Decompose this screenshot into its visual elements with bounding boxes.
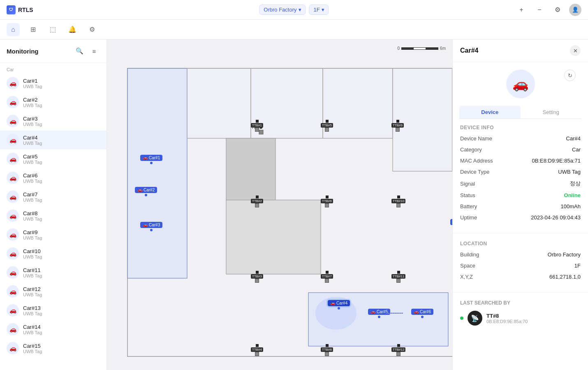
car-badge-car5[interactable]: 🚗 Car#5 [368, 309, 390, 315]
sidebar-item-car13[interactable]: 🚗 Car#13 UWB Tag [0, 301, 106, 320]
car-tag-car4[interactable]: 🚗 Car#4 [328, 300, 350, 309]
app-name: RTLS [18, 7, 33, 13]
row-label: Battery [460, 203, 477, 209]
car-badge-car4[interactable]: 🚗 Car#4 [328, 300, 350, 306]
car-tag-car1[interactable]: 🚗 Car#1 [140, 155, 162, 164]
car-tag-car3[interactable]: 🚗 Car#3 [140, 222, 162, 231]
sidebar-list-button[interactable]: ≡ [88, 45, 100, 57]
filter-button[interactable]: ⚙ [551, 3, 564, 16]
factory-chevron-icon: ▾ [299, 7, 301, 13]
location-row-space: Space 1F [460, 263, 581, 269]
sidebar-item-car6[interactable]: 🚗 Car#6 UWB Tag [0, 168, 106, 187]
anchor-dot [326, 195, 329, 198]
anchor-label: TTB#3 [251, 274, 263, 279]
tab-setting[interactable]: Setting [521, 106, 582, 119]
row-label: X,Y,Z [460, 274, 473, 280]
nav-select-button[interactable]: ⬚ [46, 23, 59, 36]
item-sub-car7: UWB Tag [23, 198, 42, 202]
car-badge-car2[interactable]: 🚗 Car#2 [135, 187, 157, 193]
row-label: Status [460, 192, 475, 198]
connection-line [387, 313, 403, 314]
sidebar-item-car5[interactable]: 🚗 Car#5 UWB Tag [0, 149, 106, 168]
row-label: MAC Address [460, 158, 493, 164]
panel-close-button[interactable]: ✕ [570, 45, 581, 56]
nav-bar: ⌂ ⊞ ⬚ 🔔 ⚙ [0, 20, 588, 40]
sidebar-actions: 🔍 ≡ [74, 45, 100, 57]
sidebar-item-car8[interactable]: 🚗 Car#8 UWB Tag [0, 206, 106, 225]
item-info-car10: Car#10 UWB Tag [23, 248, 42, 259]
refresh-button[interactable]: ↻ [564, 70, 576, 81]
row-value: Car [572, 147, 581, 153]
tab-device[interactable]: Device [459, 106, 521, 119]
row-value: 661,2718.1,0 [549, 274, 581, 280]
device-info-section: Device Info Device Name Car#4 Category C… [453, 119, 588, 231]
sidebar-item-car4[interactable]: 🚗 Car#4 UWB Tag [0, 130, 106, 149]
car-badge-car1[interactable]: 🚗 Car#1 [140, 155, 162, 161]
car-icon-car14: 🚗 [7, 323, 19, 335]
device-icon: 🚗 [506, 70, 535, 98]
item-info-car5: Car#5 UWB Tag [23, 154, 42, 165]
sidebar-item-car12[interactable]: 🚗 Car#12 UWB Tag [0, 282, 106, 301]
anchor-label: TTB#2 [251, 199, 263, 203]
car-badge-car3[interactable]: 🚗 Car#3 [140, 222, 162, 228]
sidebar-item-car10[interactable]: 🚗 Car#10 UWB Tag [0, 244, 106, 263]
anchor-dot [256, 195, 259, 198]
device-row-device-type: Device Type UWB Tag [460, 169, 581, 175]
sidebar-item-car14[interactable]: 🚗 Car#14 UWB Tag [0, 320, 106, 339]
row-value: Orbro Factory [548, 251, 581, 258]
user-avatar[interactable]: 👤 [569, 4, 581, 16]
nav-settings-button[interactable]: ⚙ [86, 23, 99, 36]
car-badge-label-car3: Car#3 [149, 223, 160, 227]
sidebar-item-car2[interactable]: 🚗 Car#2 UWB Tag [0, 93, 106, 112]
anchor-dot [326, 344, 329, 347]
anchor-label: TTB#12 [391, 347, 405, 352]
item-info-car14: Car#14 UWB Tag [23, 324, 42, 335]
row-label: Device Name [460, 135, 492, 142]
nav-home-button[interactable]: ⌂ [7, 23, 20, 36]
car-badge-label-car2: Car#2 [144, 188, 155, 192]
sidebar-item-car11[interactable]: 🚗 Car#11 UWB Tag [0, 263, 106, 282]
item-sub-car6: UWB Tag [23, 179, 42, 184]
last-searched-title: Last searched by [460, 300, 581, 306]
item-info-car1: Car#1 UWB Tag [23, 78, 42, 89]
sidebar-item-car15[interactable]: 🚗 Car#15 UWB Tag [0, 339, 106, 358]
item-name-car12: Car#12 [23, 286, 42, 292]
car-dot-car5 [378, 316, 380, 318]
sidebar-item-car9[interactable]: 🚗 Car#9 UWB Tag [0, 225, 106, 244]
car-connection-arrow [387, 313, 403, 314]
anchor-ttb4: TTB#4 [251, 344, 263, 356]
item-name-car15: Car#15 [23, 343, 42, 349]
anchor-dot [397, 195, 400, 198]
add-button[interactable]: + [515, 3, 528, 16]
nav-grid-button[interactable]: ⊞ [26, 23, 39, 36]
location-rows: Building Orbro Factory Space 1F X,Y,Z 66… [460, 251, 581, 280]
right-panel: Car#4 ✕ 🚗 ↻ Device Setting Device Info D… [452, 40, 588, 370]
item-name-car11: Car#11 [23, 267, 42, 273]
sidebar-item-car3[interactable]: 🚗 Car#3 UWB Tag [0, 112, 106, 130]
sidebar-item-car7[interactable]: 🚗 Car#7 UWB Tag [0, 187, 106, 206]
item-info-car8: Car#8 UWB Tag [23, 210, 42, 221]
car-badge-car6[interactable]: 🚗 Car#6 [411, 309, 433, 315]
sidebar-search-button[interactable]: 🔍 [74, 45, 85, 57]
sidebar: Monitoring 🔍 ≡ Car 🚗 Car#1 UWB Tag 🚗 Car… [0, 40, 107, 370]
anchor-label: TTB#10 [391, 199, 405, 203]
map-overlay: TTB#1 TTB#2 TTB#3 TTB#4 TTB#5 TTB#6 TTB#… [119, 64, 452, 361]
car-tag-car12[interactable]: 🚗 Car#12 [450, 219, 452, 228]
car-badge-icon-car6: 🚗 [414, 309, 419, 314]
row-value: Online [564, 192, 581, 198]
car-tag-car2[interactable]: 🚗 Car#2 [135, 187, 157, 196]
remove-button[interactable]: − [533, 3, 546, 16]
map-area[interactable]: 0 6m [107, 40, 452, 370]
row-value: Car#4 [566, 135, 581, 142]
scale-bar [401, 47, 438, 50]
car-badge-car12[interactable]: 🚗 Car#12 [450, 219, 452, 225]
car-tag-car6[interactable]: 🚗 Car#6 [411, 309, 433, 318]
topbar: 🛡 RTLS Orbro Factory ▾ 1F ▾ + − ⚙ 👤 [0, 0, 588, 20]
anchor-square [396, 279, 400, 283]
nav-bell-button[interactable]: 🔔 [66, 23, 79, 36]
sidebar-item-car1[interactable]: 🚗 Car#1 UWB Tag [0, 74, 106, 93]
factory-dropdown[interactable]: Orbro Factory ▾ [259, 5, 306, 15]
row-label: Signal [460, 181, 475, 187]
searcher-item: 📡 TT#8 0B:E8:D9:9E:85a:70 [460, 311, 581, 326]
floor-dropdown[interactable]: 1F ▾ [309, 5, 329, 15]
